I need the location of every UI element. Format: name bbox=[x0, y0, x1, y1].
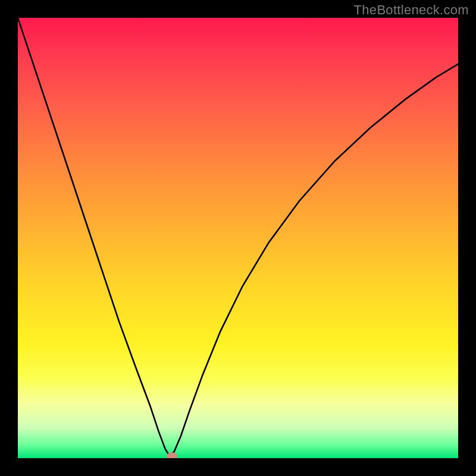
plot-area bbox=[18, 18, 458, 458]
chart-frame: TheBottleneck.com bbox=[0, 0, 476, 476]
watermark-text: TheBottleneck.com bbox=[354, 2, 469, 18]
minimum-marker bbox=[167, 453, 177, 458]
bottleneck-curve bbox=[18, 18, 458, 456]
curve-svg bbox=[18, 18, 458, 458]
